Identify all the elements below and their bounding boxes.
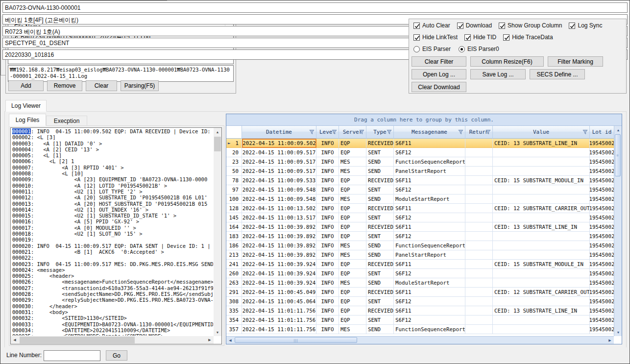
grid-row[interactable]: ►2412022-04-15 11:00:39.924INFOEQPRECEVI… [226, 260, 614, 269]
go-button[interactable]: Go [106, 350, 127, 361]
grid-cell-type[interactable]: SENT [366, 148, 394, 157]
grid-cell-server[interactable]: EQP [339, 139, 366, 148]
grid-cell-value[interactable] [493, 185, 590, 194]
grid-cell-return[interactable] [465, 204, 493, 213]
grid-cell-level[interactable]: INFO [316, 306, 339, 315]
grid-cell-type[interactable]: SENT [366, 315, 394, 325]
grid-cell-datetime[interactable]: 2022-04-15 11:00:09.548 [242, 185, 316, 194]
grid-cell-level[interactable]: INFO [316, 232, 339, 241]
add-button[interactable]: Add [8, 80, 44, 91]
grid-cell-value[interactable] [493, 213, 590, 222]
grid-cell-value[interactable] [493, 315, 590, 325]
grid-cell-value[interactable]: CEID: 12 SUBSTRATE_CARRIER_OUT [493, 204, 590, 213]
grid-cell-type[interactable]: SEND [366, 157, 394, 167]
grid-row[interactable]: ►3082022-04-15 11:00:45.064INFOEQPSENTS6… [226, 297, 614, 306]
eis-parser-radio[interactable]: EIS Parser [413, 46, 451, 52]
grid-cell-message[interactable]: S6F11 [394, 222, 465, 232]
grid-cell-datetime[interactable]: 2022-04-15 11:00:39.892 [242, 241, 316, 250]
grid-cell-return[interactable] [465, 194, 493, 204]
grid-cell-server[interactable]: MES [339, 157, 366, 167]
grid-cell-return[interactable] [465, 232, 493, 241]
grid-cell-type[interactable]: RECEVIED [366, 288, 394, 297]
grid-cell-message[interactable]: ModuleStartReport [394, 278, 465, 288]
grid-cell-type[interactable]: RECEVIED [366, 260, 394, 269]
grid-row-indicator[interactable]: ►357 [226, 325, 242, 334]
log-line[interactable]: 000009: <A [23] EQUIPMENT_ID 'BA0723-OVN… [12, 176, 213, 182]
grid-cell-value[interactable] [493, 167, 590, 176]
grid-cell-lot[interactable]: P0195450021B [590, 194, 614, 204]
grid-cell-lot[interactable]: P0195450021B [590, 232, 614, 241]
grid-row-indicator[interactable]: ►335 [226, 306, 242, 315]
grid-cell-return[interactable] [465, 306, 493, 315]
grid-row-indicator[interactable]: ►164 [226, 222, 242, 232]
grid-cell-server[interactable]: EQP [339, 185, 366, 194]
grid-row[interactable]: ►202022-04-15 11:00:09.517INFOEQPSENTS6F… [226, 148, 614, 157]
grid-cell-lot[interactable]: P0195450021B [590, 157, 614, 167]
grid-cell-return[interactable] [465, 288, 493, 297]
grid-cell-level[interactable]: INFO [316, 260, 339, 269]
grid-cell-message[interactable]: PanelStartReport [394, 250, 465, 260]
grid-cell-lot[interactable]: P0195450021B [590, 139, 614, 148]
grid-row[interactable]: ►2132022-04-15 11:00:39.892INFOMESSENDPa… [226, 250, 614, 260]
grid-cell-type[interactable]: SENT [366, 297, 394, 306]
grid-row-indicator[interactable]: ►100 [226, 194, 242, 204]
log-line[interactable]: 000026: <messagename>FunctionSequenceRep… [12, 279, 213, 285]
grid-cell-return[interactable] [465, 139, 493, 148]
log-line[interactable]: 000028: <sendSubjectName>DD.PKG.MES.PRO.… [12, 291, 213, 297]
log-line[interactable]: 000003: <A [1] DATAID '0' > [12, 141, 213, 146]
log-line[interactable]: 000035: <CONTROLMODE>Remote</CONTROLMODE… [12, 333, 213, 336]
clear-filter-button[interactable]: Clear Filter [412, 56, 466, 67]
grid-cell-level[interactable]: INFO [316, 167, 339, 176]
grid-row[interactable]: ►1832022-04-15 11:00:39.892INFOEQPSENTS6… [226, 232, 614, 241]
grid-row[interactable]: ►502022-04-15 11:00:09.517INFOMESSENDPan… [226, 167, 614, 176]
filter-icon[interactable] [332, 129, 337, 135]
secs-define-button[interactable]: SECS Define ... [530, 69, 585, 79]
grid-cell-message[interactable]: S6F11 [394, 306, 465, 315]
grid-cell-server[interactable]: MES [339, 241, 366, 250]
grid-cell-type[interactable]: SENT [366, 185, 394, 194]
grid-row-indicator[interactable]: ►213 [226, 250, 242, 260]
grid-row[interactable]: ►3572022-04-15 11:01:11.756INFOMESSENDFu… [226, 325, 614, 334]
log-line[interactable]: 000022: [12, 255, 213, 261]
grid-cell-return[interactable] [465, 185, 493, 194]
grid-cell-datetime[interactable]: 2022-04-15 11:00:09.502 [242, 139, 316, 148]
filter-icon[interactable] [582, 129, 588, 135]
grid-horizontal-scrollbar[interactable]: ◀ ||| ▶ [226, 336, 614, 344]
eis-parser0-radio[interactable]: EIS Parser0 [459, 46, 499, 52]
scroll-right-icon[interactable]: ▶ [206, 336, 214, 344]
log-line[interactable]: 000004: <A [2] CEID '13' > [12, 146, 213, 152]
grid-cell-datetime[interactable]: 2022-04-15 11:00:09.533 [242, 176, 316, 185]
grid-row[interactable]: ►1282022-04-15 11:00:13.502INFOEQPRECEVI… [226, 204, 614, 213]
grid-cell-type[interactable]: SENT [366, 269, 394, 278]
grid-cell-lot[interactable]: P0195450021B [590, 306, 614, 315]
grid-cell-level[interactable]: INFO [316, 139, 339, 148]
log-line[interactable]: 000014: <U2 [1] OUT_INDEX '16' > [12, 207, 213, 213]
grid-cell-type[interactable]: SEND [366, 194, 394, 204]
tab-log-files[interactable]: Log Files [9, 114, 46, 126]
grid-cell-datetime[interactable]: 2022-04-15 11:00:13.502 [242, 204, 316, 213]
log-line[interactable]: 000006: <L [2] 1 [12, 158, 213, 164]
grid-row-indicator[interactable]: ►291 [226, 288, 242, 297]
grid-cell-return[interactable] [465, 325, 493, 334]
grid-row-indicator[interactable]: ►78 [226, 176, 242, 185]
grid-cell-value[interactable] [493, 157, 590, 167]
grid-cell-lot[interactable]: P0195450021B [590, 315, 614, 325]
grid-cell-type[interactable]: SEND [366, 167, 394, 176]
grid-cell-value[interactable]: CEID: 15 SUBSTRATE_MODULE_IN [493, 176, 590, 185]
log-line[interactable]: 000011: <U2 [1] LOT_TYPE '2' > [12, 189, 213, 194]
grid-cell-server[interactable]: EQP [339, 213, 366, 222]
grid-cell-level[interactable]: INFO [316, 204, 339, 213]
grid-cell-lot[interactable]: P0195450021B [590, 260, 614, 269]
grid-cell-message[interactable]: S6F12 [394, 185, 465, 194]
grid-row-indicator[interactable]: ►260 [226, 269, 242, 278]
log-line[interactable]: 000021: <B [1] ACKC6 '0:Accepted' > [12, 249, 213, 255]
log-line[interactable]: 000002: <L [3] [12, 134, 213, 140]
grid-cell-lot[interactable]: P0195450021B [590, 250, 614, 260]
hide-linktest-checkbox[interactable]: Hide LinkTest [413, 34, 458, 41]
grid-cell-message[interactable]: S6F12 [394, 213, 465, 222]
filter-icon[interactable] [359, 129, 364, 135]
log-line[interactable]: 000019: [12, 237, 213, 243]
grid-cell-level[interactable]: INFO [316, 185, 339, 194]
grid-row-indicator[interactable]: ►241 [226, 260, 242, 269]
grid-row[interactable]: ►782022-04-15 11:00:09.533INFOEQPRECEVIE… [226, 176, 614, 185]
